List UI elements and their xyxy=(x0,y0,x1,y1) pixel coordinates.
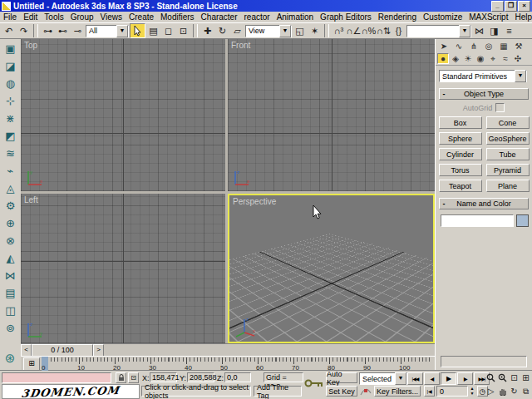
name-color-rollout[interactable]: - Name and Color xyxy=(439,198,529,209)
menu-item[interactable]: MAXScript xyxy=(466,12,511,22)
menu-item[interactable]: Graph Editors xyxy=(317,12,375,22)
reactor-icon[interactable]: ◬ xyxy=(2,180,19,196)
primitive-button[interactable]: Tube xyxy=(486,148,530,160)
tab-motion-icon[interactable]: ◎ xyxy=(482,40,495,52)
named-selection-sets-icon[interactable]: {} xyxy=(392,24,406,37)
maxscript-mini-listener[interactable] xyxy=(2,372,111,383)
viewport-label[interactable]: Front xyxy=(231,41,250,50)
mirror-icon[interactable]: ⋈ xyxy=(472,24,486,37)
selection-region-icon[interactable]: ◻ xyxy=(161,24,175,37)
field-of-view-icon[interactable]: ▷ xyxy=(485,386,496,397)
undo-icon[interactable]: ↶ xyxy=(2,24,16,37)
chevron-down-icon[interactable]: ▼ xyxy=(395,372,406,385)
add-time-tag[interactable]: Add Time Tag xyxy=(254,386,302,397)
reactor-icon[interactable]: ⚙ xyxy=(2,198,19,214)
time-slider-button[interactable]: 0 / 100 xyxy=(32,344,93,357)
absolute-offset-toggle-icon[interactable]: ⊡ xyxy=(128,372,139,383)
primitive-button[interactable]: Cylinder xyxy=(439,148,482,160)
z-coordinate-field[interactable]: 0,0 xyxy=(224,372,251,382)
reference-coordinate-dropdown[interactable]: View ▼ xyxy=(245,25,292,37)
window-crossing-icon[interactable]: ⊡ xyxy=(176,24,190,37)
selection-lock-icon[interactable] xyxy=(116,372,126,383)
object-color-swatch[interactable] xyxy=(516,214,529,227)
zoom-all-icon[interactable] xyxy=(497,372,508,383)
reactor-icon[interactable]: ◩ xyxy=(2,128,19,144)
autogrid-checkbox[interactable] xyxy=(495,103,505,112)
set-key-button[interactable]: Set Key xyxy=(326,386,357,397)
tab-modify-icon[interactable]: ∿ xyxy=(452,40,466,52)
snap-toggle-3d-icon[interactable]: ∩³ xyxy=(332,24,346,37)
primitive-button[interactable]: Box xyxy=(439,116,482,129)
layer-manager-icon[interactable]: ≡ xyxy=(502,24,516,37)
x-coordinate-field[interactable]: 158,471 xyxy=(150,372,177,382)
zoom-extents-all-icon[interactable]: ⊞ xyxy=(520,372,531,383)
select-move-icon[interactable]: ✚ xyxy=(200,24,214,37)
reactor-icon[interactable]: ◪ xyxy=(2,58,19,74)
reactor-icon[interactable]: ⋇ xyxy=(2,111,19,126)
pan-hand-icon[interactable] xyxy=(497,386,508,397)
reactor-icon[interactable]: ▣ xyxy=(2,41,19,57)
frame-spinner[interactable]: ▲▼ xyxy=(469,386,475,397)
reactor-icon[interactable]: ⊕ xyxy=(2,215,19,231)
title-bar[interactable]: Untitled - Autodesk 3ds Max 8 SP3 - Stan… xyxy=(0,0,532,12)
select-manipulate-icon[interactable]: ✶ xyxy=(308,24,322,37)
space-warps-icon[interactable]: ≈ xyxy=(500,53,511,64)
align-icon[interactable]: ◨ xyxy=(487,24,501,37)
tab-utilities-icon[interactable]: ⚒ xyxy=(512,40,525,52)
chevron-down-icon[interactable]: ▼ xyxy=(459,25,470,37)
primitive-button[interactable]: GeoSphere xyxy=(486,132,530,145)
select-rotate-icon[interactable]: ↻ xyxy=(215,24,229,37)
viewport-label[interactable]: Left xyxy=(24,195,38,204)
viewport-perspective[interactable]: Perspective z x xyxy=(228,194,435,343)
primitive-button[interactable]: Teapot xyxy=(439,180,482,192)
tab-create-icon[interactable]: ➤ xyxy=(437,40,451,52)
reactor-icon[interactable]: ◭ xyxy=(2,250,19,266)
reactor-preview-icon[interactable]: ⊛ xyxy=(2,350,18,367)
close-button[interactable]: × xyxy=(518,1,530,12)
spinner-snap-icon[interactable]: ∩⇅ xyxy=(377,24,391,37)
helpers-icon[interactable]: ⌖ xyxy=(487,53,499,64)
transport-button[interactable]: ◀| xyxy=(424,372,440,385)
menu-item[interactable]: File xyxy=(0,12,20,22)
key-mode-toggle-icon[interactable]: |◀ xyxy=(424,386,435,397)
reactor-icon[interactable]: ⌁ xyxy=(2,163,19,179)
shapes-icon[interactable]: ◈ xyxy=(450,53,461,64)
frame-back-button[interactable]: < xyxy=(21,344,32,357)
lights-icon[interactable]: ☀ xyxy=(462,53,474,64)
menu-item[interactable]: Views xyxy=(97,12,126,22)
tab-hierarchy-icon[interactable]: ⋔ xyxy=(467,40,480,52)
collapse-icon[interactable]: - xyxy=(440,90,448,98)
chevron-down-icon[interactable]: ▼ xyxy=(116,25,128,37)
menu-item[interactable]: Edit xyxy=(20,12,41,22)
redo-icon[interactable]: ↷ xyxy=(17,24,31,37)
viewport-front[interactable]: Front x z xyxy=(228,39,435,191)
menu-item[interactable]: Character xyxy=(198,12,241,22)
chevron-down-icon[interactable]: ▼ xyxy=(279,25,291,37)
menu-item[interactable]: Rendering xyxy=(375,12,420,22)
select-scale-icon[interactable]: ▱ xyxy=(230,24,244,37)
cameras-icon[interactable]: ◉ xyxy=(475,53,486,64)
menu-item[interactable]: Create xyxy=(126,12,157,22)
menu-item[interactable]: Modifiers xyxy=(157,12,198,22)
angle-snap-icon[interactable]: ∩∠ xyxy=(347,24,361,37)
track-bar[interactable]: ⊞ 0102030405060708090100 xyxy=(21,356,435,371)
named-selection-dropdown[interactable]: ▼ xyxy=(406,25,471,37)
reactor-icon[interactable]: ◍ xyxy=(2,76,19,91)
reactor-icon[interactable]: ◫ xyxy=(2,303,19,318)
menu-item[interactable]: Tools xyxy=(41,12,66,22)
use-center-icon[interactable]: ◱ xyxy=(293,24,307,37)
primitive-button[interactable]: Cone xyxy=(486,116,530,129)
y-coordinate-field[interactable]: 208,588 xyxy=(187,372,214,382)
primitive-button[interactable]: Sphere xyxy=(439,132,482,145)
selection-filter-dropdown[interactable]: All ▼ xyxy=(86,25,129,37)
set-key-curve-icon[interactable] xyxy=(360,387,372,397)
object-name-input[interactable] xyxy=(441,214,514,227)
select-object-icon[interactable] xyxy=(130,23,145,38)
object-type-rollout[interactable]: - Object Type xyxy=(439,88,529,100)
menu-item[interactable]: reactor xyxy=(241,12,273,22)
select-by-name-icon[interactable]: ▤ xyxy=(146,24,160,37)
primitive-button[interactable]: Pyramid xyxy=(486,164,530,176)
unlink-selection-icon[interactable]: ⊷ xyxy=(56,24,70,37)
transport-button[interactable]: |▶ xyxy=(457,372,473,385)
bind-to-spacewarp-icon[interactable]: ⊸ xyxy=(71,24,85,37)
